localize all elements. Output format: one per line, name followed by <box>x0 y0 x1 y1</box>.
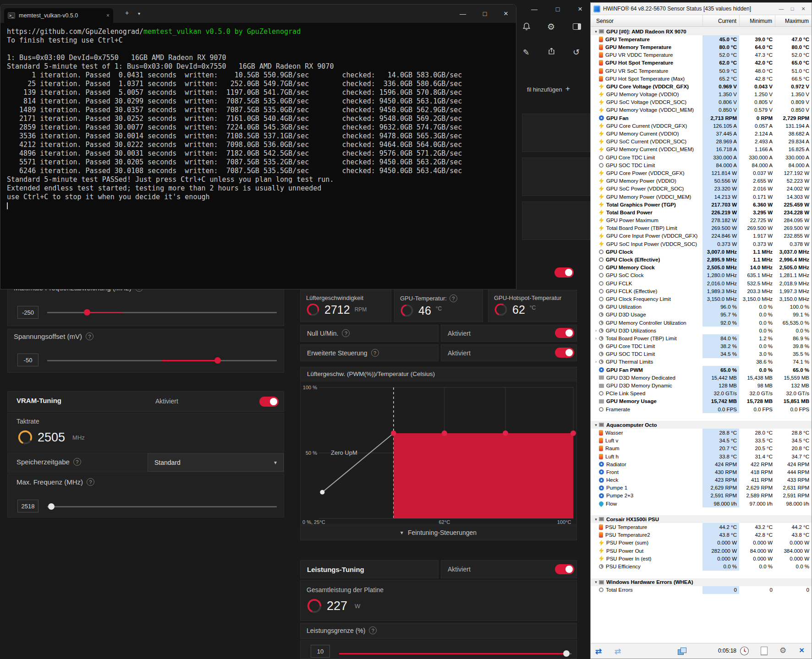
notifications-bell-icon[interactable] <box>522 22 531 31</box>
help-icon[interactable]: ? <box>342 329 350 337</box>
sensor-row[interactable]: Total Board Power226.219 W3.295 W234.228… <box>591 208 812 216</box>
sensor-row[interactable]: GPU FCLK (Effective)1,989.3 MHz203.3 MHz… <box>591 287 812 295</box>
sensor-row[interactable]: GPU Temperature45.0 °C39.0 °C47.0 °C <box>591 35 812 43</box>
sensor-row[interactable]: GPU D3D Memory Dynamic128 MB98 MB132 MB <box>591 381 812 389</box>
max-freq-slider[interactable] <box>47 506 277 507</box>
sensor-row[interactable]: GPU SoC Clock1,280.0 MHz635.1 MHz1,281.1… <box>591 272 812 279</box>
sensor-row[interactable]: GPU Core Current (VDDCR_GFX)126.105 A0.0… <box>591 122 812 130</box>
tab-close-icon[interactable]: × <box>106 12 110 19</box>
sensor-row[interactable]: GPU Memory Power (VDDCI_MEM)14.213 W0.17… <box>591 193 812 201</box>
amd-minimize-button[interactable]: — <box>528 4 541 15</box>
sensor-row[interactable]: GPU Core Power (VDDCR_GFX)121.814 W0.037… <box>591 169 812 177</box>
settings-gear-icon[interactable]: ⚙ <box>547 22 555 32</box>
zero-rpm-toggle[interactable] <box>555 328 574 338</box>
sensor-row[interactable]: GPU Memory Voltage (VDDCI_MEM)0.850 V0.5… <box>591 106 812 114</box>
help-icon[interactable]: ? <box>371 349 379 357</box>
sensor-row[interactable]: GPU Core TDC Limit330.000 A330.000 A330.… <box>591 153 812 161</box>
voltage-offset-slider[interactable] <box>47 360 277 361</box>
fine-tuning-expander[interactable]: ▾ Feintuning-Steuerungen <box>300 525 577 540</box>
sensor-row[interactable]: PSU Efficiency0.0 %0.0 %0.0 % <box>591 562 812 570</box>
clock-icon[interactable] <box>740 646 749 656</box>
sensor-row[interactable]: Luft h33.8 °C31.4 °C34.7 °C <box>591 452 812 460</box>
column-current[interactable]: Current <box>702 15 739 27</box>
sensor-row[interactable]: GPU Memory Controller Utilization92.0 %0… <box>591 319 812 327</box>
sensor-row[interactable]: Framerate0.0 FPS0.0 FPS0.0 FPS <box>591 405 812 413</box>
sensor-row[interactable]: GPU Memory Usage15,742 MB15,728 MB15,851… <box>591 398 812 405</box>
sensor-row[interactable]: GPU VR VDDC Temperature52.0 °C47.3 °C52.… <box>591 51 812 59</box>
sensor-row[interactable]: Front430 RPM418 RPM444 RPM <box>591 468 812 476</box>
sensor-row[interactable]: GPU Utilization96.0 %0.0 %100.0 % <box>591 303 812 311</box>
sensor-row[interactable]: GPU SoC Input Power (VDDCR_SOC)0.373 W0.… <box>591 240 812 248</box>
fan-curve-point[interactable] <box>442 430 447 436</box>
sensor-row[interactable]: Radiator424 RPM422 RPM424 RPM <box>591 460 812 468</box>
sensor-row[interactable]: GPU Clock (Effective)2,895.9 MHz1.1 MHz2… <box>591 256 812 263</box>
sensor-row[interactable]: Pumpe 12,629 RPM2,629 RPM2,631 RPM <box>591 484 812 492</box>
vram-tuning-toggle[interactable] <box>259 397 279 407</box>
help-icon[interactable]: ? <box>450 294 457 302</box>
terminal-content[interactable]: https://github.com/GpuZelenograd/memtest… <box>0 23 516 210</box>
hwinfo-minimize-button[interactable]: — <box>776 4 787 13</box>
close-sensors-icon[interactable]: × <box>799 645 804 655</box>
column-maximum[interactable]: Maximum <box>775 15 812 27</box>
fan-curve-point[interactable] <box>503 430 508 436</box>
hwinfo-column-header[interactable]: Sensor Current Minimum Maximum <box>591 15 812 27</box>
memory-timing-dropdown[interactable]: Standard ▾ <box>148 453 284 472</box>
terminal-titlebar[interactable]: >_ memtest_vulkan-v0.5.0 × + ▾ — □ × <box>0 5 516 23</box>
freq-deviation-slider[interactable] <box>47 312 277 313</box>
add-profile-label[interactable]: fil hinzufügen <box>527 86 562 93</box>
sensor-row[interactable]: GPU Hot Spot Temperature62.0 °C42.0 °C65… <box>591 59 812 67</box>
power-tuning-toggle[interactable] <box>555 564 574 574</box>
sensor-row[interactable]: Luft v34.5 °C33.5 °C34.5 °C <box>591 437 812 445</box>
report-icon[interactable] <box>761 647 768 655</box>
fan-curve-chart[interactable]: 100 %50 %0 %, 25°C62°C100°CZero UpM <box>300 381 577 524</box>
sensor-row[interactable]: PSU Power In (est)0.000 W0.000 W0.000 W <box>591 555 812 562</box>
reset-undo-icon[interactable]: ↺ <box>573 47 580 57</box>
sensor-row[interactable]: GPU D3D Usage95.7 %0.0 %99.1 % <box>591 311 812 319</box>
help-icon[interactable]: ? <box>73 458 81 466</box>
sensor-row[interactable]: Heck423 RPM411 RPM433 RPM <box>591 476 812 484</box>
sensor-group-row[interactable]: ▾Windows Hardware Errors (WHEA) <box>591 578 812 586</box>
max-freq-value[interactable]: 2518 <box>17 500 38 512</box>
collapse-chevron-icon[interactable]: ▾ <box>593 423 599 427</box>
help-icon[interactable]: ? <box>86 332 93 340</box>
sensor-row[interactable]: GPU Clock Frequency Limit3,150.0 MHz3,15… <box>591 295 812 303</box>
sensor-row[interactable]: GPU Memory Temperature80.0 °C64.0 °C80.0… <box>591 43 812 51</box>
amd-close-button[interactable]: × <box>574 4 587 15</box>
sensor-row[interactable]: PSU Power Out282.000 W84.000 W384.000 W <box>591 547 812 555</box>
sensor-row[interactable]: GPU Memory Clock2,505.0 MHz14.0 MHz2,505… <box>591 264 812 272</box>
sensor-row[interactable]: GPU FCLK2,016.0 MHz532.5 MHz2,018.9 MHz <box>591 279 812 287</box>
edit-pen-icon[interactable]: ✎ <box>523 48 529 57</box>
sensor-row[interactable]: Total Errors000 <box>591 586 812 594</box>
share-icon[interactable] <box>548 47 555 55</box>
collapse-chevron-icon[interactable]: ▾ <box>593 517 599 522</box>
max-freq-slider-knob[interactable] <box>48 503 55 510</box>
sensor-group-row[interactable]: ▾GPU [#0]: AMD Radeon RX 9070 <box>591 27 812 35</box>
voltage-offset-value[interactable]: -50 <box>17 354 38 366</box>
terminal-tab[interactable]: >_ memtest_vulkan-v0.5.0 × <box>4 8 113 23</box>
sensor-row[interactable]: GPU Core Voltage (VDDCR_GFX)0.969 V0.043… <box>591 82 812 90</box>
column-minimum[interactable]: Minimum <box>739 15 775 27</box>
section-toggle[interactable] <box>554 267 574 278</box>
hwinfo-sensor-table[interactable]: ▾GPU [#0]: AMD Radeon RX 9070GPU Tempera… <box>591 27 812 643</box>
collapse-chevron-icon[interactable]: ▾ <box>593 29 599 34</box>
advanced-control-toggle[interactable] <box>555 348 574 358</box>
hwinfo-titlebar[interactable]: HWiNFO® 64 v8.22-5670 Sensor Status [435… <box>591 3 812 15</box>
column-sensor[interactable]: Sensor <box>591 18 702 24</box>
fan-curve-start-point[interactable] <box>320 490 324 495</box>
sensor-group-row[interactable]: ▾Corsair HX1500i PSU <box>591 515 812 523</box>
sensor-row[interactable]: PCIe Link Speed32.0 GT/s32.0 GT/s32.0 GT… <box>591 390 812 398</box>
terminal-close-button[interactable]: × <box>499 8 512 19</box>
collapse-panel-icon[interactable] <box>573 23 581 30</box>
tab-dropdown-icon[interactable]: ▾ <box>138 11 140 16</box>
sensor-row[interactable]: GPU Fan PWM65.0 %0.0 %65.0 % <box>591 366 812 374</box>
amd-maximize-button[interactable]: □ <box>551 4 564 15</box>
sensor-row[interactable]: ›GPU Thermal Limits38.6 %74.1 % <box>591 358 812 366</box>
new-tab-icon[interactable]: + <box>125 9 129 16</box>
terminal-minimize-button[interactable]: — <box>456 8 469 19</box>
sensor-row[interactable]: GPU Fan2,713 RPM0 RPM2,729 RPM <box>591 114 812 122</box>
help-icon[interactable]: ? <box>87 478 94 486</box>
power-limit-value[interactable]: 10 <box>311 645 330 658</box>
sensor-row[interactable]: GPU SOC TDC Limit34.5 %3.0 %35.5 % <box>591 350 812 358</box>
sensor-row[interactable]: PSU Temperature243.8 °C42.8 °C43.8 °C <box>591 531 812 539</box>
sensor-row[interactable]: GPU Hot Spot Temperature (Max)65.2 °C42.… <box>591 75 812 82</box>
